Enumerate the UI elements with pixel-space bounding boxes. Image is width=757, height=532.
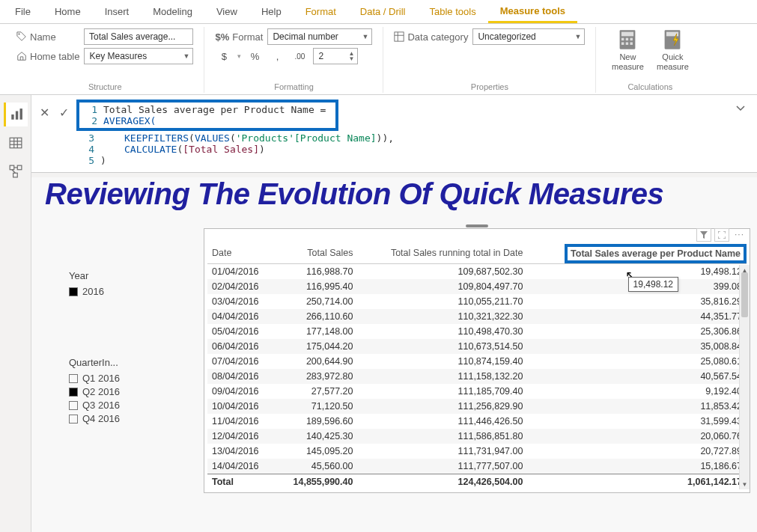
table-row[interactable]: 03/04/2016250,714.00110,055,211.7035,816… bbox=[207, 294, 747, 309]
tab-measure-tools[interactable]: Measure tools bbox=[488, 1, 577, 23]
ribbon-group-properties: Data category Uncategorized ▼ Properties bbox=[383, 27, 596, 93]
filter-visual-button[interactable] bbox=[696, 228, 711, 242]
tab-home[interactable]: Home bbox=[43, 1, 93, 23]
formula-editor[interactable]: 3KEEPFILTERS(VALUES('Products'[Product N… bbox=[76, 131, 394, 168]
calculator-lightning-icon bbox=[662, 28, 683, 51]
table-total-row: Total14,855,990.40124,426,504.001,061,14… bbox=[207, 474, 747, 490]
tab-file[interactable]: File bbox=[3, 1, 43, 23]
measure-name-input[interactable]: Total Sales average... bbox=[84, 28, 193, 45]
table-visual[interactable]: ··· Date Total Sales Total Sales running… bbox=[204, 228, 750, 493]
name-label: Name bbox=[16, 31, 79, 43]
data-view-button[interactable] bbox=[4, 131, 28, 155]
quick-measure-button[interactable]: Quick measure bbox=[651, 28, 693, 72]
formula-highlight: 1Total Sales average per Product Name = … bbox=[76, 100, 338, 131]
table-row[interactable]: 14/04/201645,560.00111,777,507.0015,186.… bbox=[207, 459, 747, 474]
commit-formula-button[interactable]: ✓ bbox=[55, 104, 72, 120]
cancel-formula-button[interactable]: ✕ bbox=[36, 104, 52, 120]
svg-rect-8 bbox=[630, 38, 633, 40]
report-icon bbox=[10, 108, 23, 121]
home-table-dropdown[interactable]: Key Measures ▼ bbox=[84, 48, 193, 64]
more-options-button[interactable]: ··· bbox=[732, 228, 747, 242]
home-icon bbox=[16, 51, 27, 61]
table-row[interactable]: 09/04/201627,577.20111,185,709.409,192.4… bbox=[207, 384, 747, 399]
formula-bar[interactable]: ✕ ✓ 1Total Sales average per Product Nam… bbox=[31, 95, 757, 173]
table-row[interactable]: 11/04/2016189,596.60111,446,426.5031,599… bbox=[207, 414, 747, 429]
tab-help[interactable]: Help bbox=[249, 1, 294, 23]
table-row[interactable]: 08/04/2016283,972.80111,158,132.2040,567… bbox=[207, 369, 747, 384]
table-row[interactable]: 07/04/2016200,644.90110,874,159.4025,080… bbox=[207, 354, 747, 369]
tag-icon bbox=[16, 31, 27, 42]
svg-rect-6 bbox=[621, 38, 624, 40]
col-running-total[interactable]: Total Sales running total in Date bbox=[357, 244, 527, 264]
scroll-down-button[interactable]: ▼ bbox=[740, 479, 750, 489]
table-row[interactable]: 13/04/2016145,095.20111,731,947.0020,727… bbox=[207, 444, 747, 459]
decimals-input[interactable]: 2 ▲▼ bbox=[313, 48, 358, 64]
table-row[interactable]: 06/04/2016175,044.20110,673,514.5035,008… bbox=[207, 339, 747, 354]
svg-rect-22 bbox=[10, 165, 14, 170]
report-view-button[interactable] bbox=[4, 103, 28, 126]
tab-insert[interactable]: Insert bbox=[93, 1, 142, 23]
scroll-thumb[interactable] bbox=[741, 272, 748, 317]
table-row[interactable]: 10/04/201671,120.50111,256,829.9011,853.… bbox=[207, 399, 747, 414]
filter-icon bbox=[700, 231, 708, 239]
report-canvas[interactable]: Reviewing The Evolution Of Quick Measure… bbox=[31, 177, 757, 532]
home-table-label: Home table bbox=[16, 51, 79, 62]
category-icon bbox=[394, 31, 404, 42]
svg-rect-23 bbox=[17, 165, 22, 170]
slicer-q2[interactable]: Q2 2016 bbox=[69, 386, 181, 397]
ribbon-group-calculations: New measure Quick measure Calculations bbox=[596, 27, 704, 93]
svg-rect-9 bbox=[621, 42, 624, 44]
slicer-q4[interactable]: Q4 2016 bbox=[69, 413, 181, 424]
table-row[interactable]: 12/04/2016140,425.30111,586,851.8020,060… bbox=[207, 429, 747, 444]
svg-rect-15 bbox=[16, 111, 18, 120]
table-row[interactable]: 04/04/2016266,110.60110,321,322.3044,351… bbox=[207, 309, 747, 324]
svg-point-0 bbox=[18, 33, 19, 34]
focus-mode-button[interactable] bbox=[714, 228, 729, 242]
model-view-button[interactable] bbox=[4, 159, 28, 183]
slicer-year[interactable]: Year 2016 bbox=[69, 270, 181, 299]
vertical-scrollbar[interactable]: ▲ ▼ bbox=[739, 265, 750, 489]
decimals-button[interactable]: .00 bbox=[291, 48, 308, 64]
table-row[interactable]: 05/04/2016177,148.00110,498,470.3025,306… bbox=[207, 324, 747, 339]
checkbox-icon bbox=[69, 287, 78, 296]
col-avg-per-product[interactable]: Total Sales average per Product Name bbox=[527, 244, 747, 264]
currency-button[interactable]: $ bbox=[215, 48, 233, 64]
checkbox-icon bbox=[69, 401, 78, 410]
tab-table-tools[interactable]: Table tools bbox=[417, 1, 487, 23]
drag-handle[interactable] bbox=[466, 224, 488, 227]
format-label: $% Format bbox=[215, 31, 263, 43]
data-category-dropdown[interactable]: Uncategorized ▼ bbox=[472, 28, 585, 45]
tab-format[interactable]: Format bbox=[294, 1, 348, 23]
ribbon-tabs: File Home Insert Modeling View Help Form… bbox=[0, 0, 757, 24]
slicer-q1[interactable]: Q1 2016 bbox=[69, 373, 181, 384]
properties-caption: Properties bbox=[394, 82, 585, 93]
slicer-q3[interactable]: Q3 2016 bbox=[69, 400, 181, 411]
tab-data-drill[interactable]: Data / Drill bbox=[348, 1, 418, 23]
slicer-year-item-2016[interactable]: 2016 bbox=[69, 286, 181, 297]
ribbon-group-formatting: $% Format Decimal number ▼ $ ▾ % , .00 2… bbox=[204, 27, 383, 93]
chevron-down-icon: ▼ bbox=[183, 52, 190, 60]
page-title: Reviewing The Evolution Of Quick Measure… bbox=[45, 177, 663, 211]
calculations-caption: Calculations bbox=[606, 82, 693, 93]
tab-view[interactable]: View bbox=[204, 1, 249, 23]
checkbox-icon bbox=[69, 374, 78, 383]
slicer-year-title: Year bbox=[69, 270, 181, 281]
table-icon bbox=[9, 136, 22, 150]
svg-rect-1 bbox=[395, 32, 404, 41]
svg-rect-7 bbox=[626, 38, 628, 40]
slicer-quarter[interactable]: QuarterIn... Q1 2016 Q2 2016 Q3 2016 Q4 … bbox=[69, 357, 181, 426]
col-total-sales[interactable]: Total Sales bbox=[275, 244, 358, 264]
chevron-down-icon: ▼ bbox=[362, 33, 369, 40]
svg-rect-17 bbox=[10, 138, 22, 148]
chevron-down-icon bbox=[736, 104, 745, 113]
tab-modeling[interactable]: Modeling bbox=[141, 1, 204, 23]
checkbox-icon bbox=[69, 415, 78, 424]
new-measure-button[interactable]: New measure bbox=[606, 28, 648, 72]
percent-button[interactable]: % bbox=[246, 48, 264, 64]
thousands-separator-button[interactable]: , bbox=[268, 48, 286, 64]
col-date[interactable]: Date bbox=[207, 244, 275, 264]
expand-formula-button[interactable] bbox=[736, 100, 753, 115]
format-dropdown[interactable]: Decimal number ▼ bbox=[267, 28, 372, 45]
tooltip: 19,498.12 bbox=[628, 277, 678, 292]
slicer-quarter-title: QuarterIn... bbox=[69, 357, 181, 368]
